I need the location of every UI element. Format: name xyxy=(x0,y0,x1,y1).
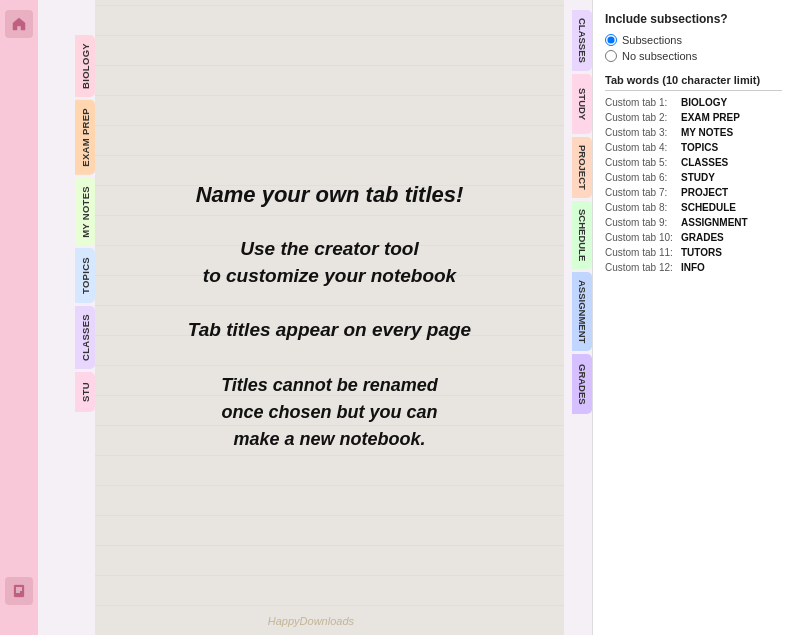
tab-biology[interactable]: BIOLOGY xyxy=(75,35,95,97)
tab-word-row-5: Custom tab 5: CLASSES xyxy=(605,157,782,168)
tab-word-value-10: GRADES xyxy=(681,232,724,243)
tab-word-value-5: CLASSES xyxy=(681,157,728,168)
tab-word-value-6: STUDY xyxy=(681,172,715,183)
tab-word-label-7: Custom tab 7: xyxy=(605,187,677,198)
no-subsections-radio[interactable] xyxy=(605,50,617,62)
watermark: HappyDownloads xyxy=(268,615,354,627)
left-tab-strip: BIOLOGY EXAM PREP MY NOTES TOPICS CLASSE… xyxy=(38,5,95,412)
tab-word-label-2: Custom tab 2: xyxy=(605,112,677,123)
tab-classes[interactable]: CLASSES xyxy=(75,306,95,369)
tab-word-label-1: Custom tab 1: xyxy=(605,97,677,108)
tab-word-value-2: EXAM PREP xyxy=(681,112,740,123)
tab-word-row-9: Custom tab 9: ASSIGNMENT xyxy=(605,217,782,228)
tab-word-label-10: Custom tab 10: xyxy=(605,232,677,243)
tab-word-row-11: Custom tab 11: TUTORS xyxy=(605,247,782,258)
notebook-heading-4: Titles cannot be renamed once chosen but… xyxy=(135,372,524,453)
tab-word-value-8: SCHEDULE xyxy=(681,202,736,213)
main-container: BIOLOGY EXAM PREP MY NOTES TOPICS CLASSE… xyxy=(0,0,794,635)
notebook-heading-2: Use the creator tool to customize your n… xyxy=(135,236,524,289)
notebook-heading-3: Tab titles appear on every page xyxy=(135,317,524,344)
tab-word-label-11: Custom tab 11: xyxy=(605,247,677,258)
rtab-study[interactable]: STUDY xyxy=(572,74,592,134)
tab-word-value-4: TOPICS xyxy=(681,142,718,153)
tab-words-title: Tab words (10 character limit) xyxy=(605,74,782,91)
note-icon-button[interactable] xyxy=(5,577,33,605)
tab-word-label-4: Custom tab 4: xyxy=(605,142,677,153)
rtab-classes[interactable]: CLASSES xyxy=(572,10,592,71)
left-tabs-col: BIOLOGY EXAM PREP MY NOTES TOPICS CLASSE… xyxy=(38,0,95,635)
rtab-grades[interactable]: GRADES xyxy=(572,354,592,414)
notebook-text-block: Name your own tab titles! Use the creato… xyxy=(135,182,524,453)
right-tabs-container: CLASSES STUDY PROJECT SCHEDULE ASSIGNMEN… xyxy=(564,0,592,635)
tab-word-label-9: Custom tab 9: xyxy=(605,217,677,228)
tab-word-label-6: Custom tab 6: xyxy=(605,172,677,183)
tab-word-value-7: PROJECT xyxy=(681,187,728,198)
tab-word-row-8: Custom tab 8: SCHEDULE xyxy=(605,202,782,213)
notebook-area: Name your own tab titles! Use the creato… xyxy=(95,0,564,635)
tab-word-row-7: Custom tab 7: PROJECT xyxy=(605,187,782,198)
tab-word-value-12: INFO xyxy=(681,262,705,273)
tab-words-list: Custom tab 1: BIOLOGY Custom tab 2: EXAM… xyxy=(605,97,782,273)
tab-word-row-10: Custom tab 10: GRADES xyxy=(605,232,782,243)
tab-word-value-1: BIOLOGY xyxy=(681,97,727,108)
tab-study-bottom[interactable]: STU xyxy=(75,372,95,412)
home-button[interactable] xyxy=(5,10,33,38)
tab-word-row-2: Custom tab 2: EXAM PREP xyxy=(605,112,782,123)
subsections-label: Subsections xyxy=(622,34,682,46)
tab-word-row-4: Custom tab 4: TOPICS xyxy=(605,142,782,153)
rtab-assignment[interactable]: ASSIGNMENT xyxy=(572,272,592,351)
left-area: BIOLOGY EXAM PREP MY NOTES TOPICS CLASSE… xyxy=(0,0,95,635)
subsections-radio-item[interactable]: Subsections xyxy=(605,34,782,46)
right-panel: Include subsections? Subsections No subs… xyxy=(592,0,794,635)
no-subsections-radio-item[interactable]: No subsections xyxy=(605,50,782,62)
tab-word-label-8: Custom tab 8: xyxy=(605,202,677,213)
tab-word-label-5: Custom tab 5: xyxy=(605,157,677,168)
tab-word-row-6: Custom tab 6: STUDY xyxy=(605,172,782,183)
no-subsections-label: No subsections xyxy=(622,50,697,62)
right-panel-title: Include subsections? xyxy=(605,12,782,26)
tab-word-row-1: Custom tab 1: BIOLOGY xyxy=(605,97,782,108)
left-pink-bar xyxy=(0,0,38,635)
subsections-radio[interactable] xyxy=(605,34,617,46)
tab-word-row-12: Custom tab 12: INFO xyxy=(605,262,782,273)
tab-word-value-9: ASSIGNMENT xyxy=(681,217,748,228)
rtab-project[interactable]: PROJECT xyxy=(572,137,592,198)
tab-word-row-3: Custom tab 3: MY NOTES xyxy=(605,127,782,138)
tab-mynotes[interactable]: MY NOTES xyxy=(75,178,95,246)
tab-word-label-3: Custom tab 3: xyxy=(605,127,677,138)
rtab-schedule[interactable]: SCHEDULE xyxy=(572,201,592,269)
tab-word-value-11: TUTORS xyxy=(681,247,722,258)
tab-word-value-3: MY NOTES xyxy=(681,127,733,138)
subsections-radio-group: Subsections No subsections xyxy=(605,34,782,62)
tab-examprep[interactable]: EXAM PREP xyxy=(75,100,95,175)
notebook-heading-1: Name your own tab titles! xyxy=(135,182,524,208)
tab-topics[interactable]: TOPICS xyxy=(75,248,95,303)
tab-word-label-12: Custom tab 12: xyxy=(605,262,677,273)
svg-rect-0 xyxy=(14,585,24,597)
